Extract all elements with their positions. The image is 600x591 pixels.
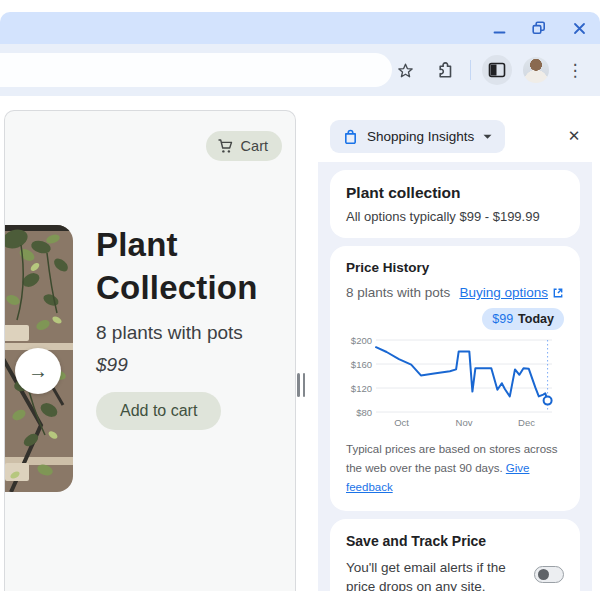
summary-subtitle: All options typically $99 - $199.99 (346, 209, 564, 224)
line-chart-svg: $200$160$120$80OctNovDec (346, 334, 560, 430)
panel-title: Shopping Insights (367, 129, 474, 144)
three-dot-menu-icon: ⋮ (567, 62, 584, 79)
svg-text:$80: $80 (356, 407, 372, 418)
side-panel-icon (488, 61, 506, 79)
side-panel-header: Shopping Insights ✕ (318, 110, 600, 162)
shopping-bag-icon (343, 129, 358, 145)
restore-button[interactable] (530, 19, 548, 37)
product-info: Plant Collection 8 plants with pots $99 … (96, 223, 288, 430)
shopping-insights-panel: Shopping Insights ✕ Plant collection All… (318, 110, 600, 591)
profile-button[interactable] (521, 55, 551, 85)
svg-text:Oct: Oct (394, 417, 409, 428)
product-subtitle: 8 plants with pots (96, 322, 288, 344)
toolbar-divider (470, 60, 471, 80)
side-panel-resize-handle[interactable] (297, 373, 306, 397)
summary-title: Plant collection (346, 184, 564, 202)
svg-text:$120: $120 (351, 383, 372, 394)
badge-price: $99 (492, 312, 513, 326)
svg-text:Dec: Dec (518, 417, 535, 428)
save-track-card: Save and Track Price You'll get email al… (330, 519, 580, 591)
svg-text:Nov: Nov (456, 417, 473, 428)
price-alert-toggle[interactable] (534, 566, 564, 583)
price-history-card: Price History 8 plants with pots Buying … (330, 246, 580, 511)
cart-button-label: Cart (241, 138, 268, 154)
web-page-content: Cart (4, 110, 296, 591)
bookmark-button[interactable] (390, 55, 420, 85)
profile-avatar (523, 57, 549, 83)
buying-options-label: Buying options (459, 285, 548, 300)
star-icon (396, 61, 415, 80)
toggle-knob (538, 569, 549, 580)
panel-close-button[interactable]: ✕ (563, 125, 585, 147)
chart-disclaimer: Typical prices are based on stores acros… (346, 440, 564, 497)
external-link-icon (552, 287, 564, 299)
close-icon (573, 22, 586, 35)
window-controls (490, 12, 588, 44)
summary-card: Plant collection All options typically $… (330, 170, 580, 238)
extensions-button[interactable] (429, 55, 459, 85)
browser-toolbar: ⋮ (0, 44, 600, 96)
save-track-body: You'll get email alerts if the price dro… (346, 558, 532, 591)
browser-menu-button[interactable]: ⋮ (560, 55, 590, 85)
side-panel-toggle-button[interactable] (482, 55, 512, 85)
address-bar[interactable] (0, 53, 392, 87)
panel-title-dropdown[interactable]: Shopping Insights (330, 120, 505, 153)
panel-body: Plant collection All options typically $… (318, 162, 592, 591)
add-to-cart-button[interactable]: Add to cart (96, 392, 221, 430)
restore-icon (532, 21, 546, 35)
arrow-right-icon: → (28, 360, 48, 383)
price-history-title: Price History (346, 260, 564, 275)
save-track-title: Save and Track Price (346, 533, 564, 549)
price-history-chart: $200$160$120$80OctNovDec (346, 334, 564, 434)
cart-icon (217, 138, 234, 155)
minimize-icon (493, 22, 506, 35)
extensions-puzzle-icon (435, 61, 454, 80)
svg-text:$160: $160 (351, 359, 372, 370)
cart-button[interactable]: Cart (206, 131, 282, 161)
price-history-subtitle: 8 plants with pots (346, 285, 450, 300)
badge-label: Today (518, 312, 554, 326)
product-title: Plant Collection (96, 223, 288, 309)
chevron-down-icon (483, 134, 492, 140)
svg-text:$200: $200 (351, 335, 372, 346)
product-price: $99 (96, 354, 288, 376)
today-price-badge: $99 Today (482, 308, 564, 330)
minimize-button[interactable] (490, 19, 508, 37)
buying-options-link[interactable]: Buying options (459, 285, 564, 300)
browser-titlebar (0, 12, 600, 44)
image-carousel-next-button[interactable]: → (15, 348, 61, 394)
close-window-button[interactable] (570, 19, 588, 37)
